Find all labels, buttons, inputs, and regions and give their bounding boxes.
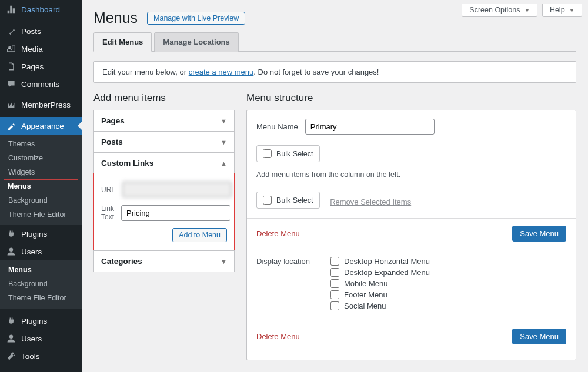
admin-sidebar: Dashboard Posts Media Pages Comments Mem… — [0, 0, 82, 372]
location-option[interactable]: Footer Menu — [330, 290, 430, 299]
bulk-select-checkbox-bottom[interactable] — [263, 196, 272, 205]
bulk-select-top[interactable]: Bulk Select — [256, 145, 320, 162]
delete-menu-link-1[interactable]: Delete Menu — [256, 229, 300, 238]
subnav-theme-file-editor-2[interactable]: Theme File Editor — [0, 291, 82, 305]
main-content: Screen Options ▼ Help ▼ Menus Manage wit… — [82, 0, 588, 372]
sidebar-item-appearance[interactable]: Appearance — [0, 117, 82, 135]
subnav-theme-file-editor[interactable]: Theme File Editor — [0, 207, 82, 222]
metabox-title: Custom Links — [101, 159, 153, 167]
chevron-down-icon: ▼ — [569, 8, 574, 14]
chevron-down-icon: ▼ — [220, 258, 227, 265]
sidebar-item-users-2[interactable]: Users — [0, 330, 82, 347]
custom-links-panel: URL Link Text Add to Menu — [93, 173, 235, 251]
metabox-pages-toggle[interactable]: Pages ▼ — [94, 110, 234, 131]
sidebar-item-label: Posts — [21, 27, 41, 36]
delete-menu-link-2[interactable]: Delete Menu — [256, 332, 300, 341]
subnav-widgets[interactable]: Widgets — [0, 165, 82, 179]
sidebar-item-label: Plugins — [21, 317, 47, 326]
svg-point-1 — [9, 248, 13, 252]
loc-checkbox[interactable] — [330, 268, 339, 277]
plugin-icon — [6, 229, 16, 239]
location-option[interactable]: Desktop Expanded Menu — [330, 268, 430, 277]
sidebar-item-plugins-2[interactable]: Plugins — [0, 312, 82, 330]
bulk-select-checkbox-top[interactable] — [263, 149, 272, 158]
metabox-custom-links: Custom Links ▲ URL Link Text Add to Menu — [93, 152, 235, 251]
manage-live-preview-button[interactable]: Manage with Live Preview — [147, 12, 245, 25]
sidebar-item-label: Tools — [21, 352, 40, 361]
sidebar-item-users[interactable]: Users — [0, 243, 82, 260]
screen-meta-links: Screen Options ▼ Help ▼ — [462, 4, 582, 17]
subnav-customize[interactable]: Customize — [0, 151, 82, 165]
link-text-label: Link Text — [101, 205, 114, 221]
loc-checkbox[interactable] — [330, 290, 339, 299]
sidebar-item-label: Comments — [21, 80, 59, 89]
subnav-themes[interactable]: Themes — [0, 137, 82, 151]
chevron-down-icon: ▼ — [220, 118, 227, 125]
nav-tabs: Edit Menus Manage Locations — [93, 32, 576, 52]
menu-structure-heading: Menu structure — [246, 92, 576, 104]
notice-text-prefix: Edit your menu below, or — [102, 68, 189, 76]
sidebar-item-posts[interactable]: Posts — [0, 22, 82, 40]
sidebar-item-label: Users — [21, 247, 42, 256]
plugin-icon — [6, 316, 16, 326]
empty-menu-instructions: Add menu items from the column on the le… — [256, 170, 566, 179]
sidebar-item-plugins[interactable]: Plugins — [0, 225, 82, 243]
location-option[interactable]: Mobile Menu — [330, 279, 430, 288]
sidebar-item-media[interactable]: Media — [0, 40, 82, 58]
url-label: URL — [101, 186, 115, 194]
sidebar-item-label: MemberPress — [21, 100, 71, 109]
screen-options-button[interactable]: Screen Options ▼ — [462, 4, 537, 17]
sidebar-item-label: Dashboard — [21, 5, 60, 14]
chevron-up-icon: ▲ — [220, 160, 227, 167]
svg-point-2 — [9, 335, 13, 339]
save-menu-button-2[interactable]: Save Menu — [512, 329, 566, 344]
help-button[interactable]: Help ▼ — [542, 4, 582, 17]
bulk-select-label: Bulk Select — [276, 196, 313, 205]
create-new-menu-link[interactable]: create a new menu — [189, 68, 254, 76]
notice-text-suffix: . Do not forget to save your changes! — [253, 68, 379, 76]
add-to-menu-button[interactable]: Add to Menu — [172, 228, 227, 242]
sidebar-item-dashboard[interactable]: Dashboard — [0, 0, 82, 19]
chevron-down-icon: ▼ — [524, 8, 530, 14]
metabox-pages: Pages ▼ — [93, 110, 235, 132]
custom-link-url-input[interactable] — [122, 182, 232, 197]
location-option[interactable]: Social Menu — [330, 301, 430, 310]
save-menu-button-1[interactable]: Save Menu — [512, 226, 566, 242]
location-option[interactable]: Desktop Horizontal Menu — [330, 257, 430, 266]
metabox-categories-toggle[interactable]: Categories ▼ — [94, 251, 234, 272]
chevron-down-icon: ▼ — [220, 139, 227, 146]
loc-checkbox[interactable] — [330, 301, 339, 310]
bulk-select-label: Bulk Select — [276, 150, 313, 158]
subnav-menus[interactable]: Menus — [4, 179, 78, 193]
loc-checkbox[interactable] — [330, 279, 339, 288]
user-icon — [6, 247, 16, 256]
display-location-list: Desktop Horizontal Menu Desktop Expanded… — [330, 257, 430, 313]
subnav-menus-2[interactable]: Menus — [0, 263, 82, 277]
metabox-title: Categories — [101, 257, 142, 266]
page-title: Menus — [93, 9, 138, 26]
dashboard-icon — [6, 4, 16, 15]
subnav-background[interactable]: Background — [0, 193, 82, 207]
remove-selected-items-link[interactable]: Remove Selected Items — [330, 197, 411, 206]
loc-checkbox[interactable] — [330, 257, 339, 266]
bulk-select-bottom[interactable]: Bulk Select — [256, 192, 320, 209]
sidebar-item-comments[interactable]: Comments — [0, 75, 82, 93]
sidebar-item-label: Plugins — [21, 230, 47, 239]
menu-name-input[interactable] — [305, 119, 435, 135]
sidebar-item-pages[interactable]: Pages — [0, 58, 82, 75]
metabox-custom-links-toggle[interactable]: Custom Links ▲ — [94, 153, 234, 173]
sidebar-item-label: Pages — [21, 62, 44, 71]
custom-link-text-input[interactable] — [121, 205, 230, 221]
sidebar-item-tools[interactable]: Tools — [0, 347, 82, 365]
add-menu-items-heading: Add menu items — [93, 92, 235, 104]
tool-icon — [6, 351, 16, 361]
metabox-title: Pages — [101, 116, 125, 125]
sidebar-item-memberpress[interactable]: MemberPress — [0, 96, 82, 113]
tab-edit-menus[interactable]: Edit Menus — [93, 32, 152, 52]
tab-manage-locations[interactable]: Manage Locations — [154, 32, 238, 52]
screen-options-label: Screen Options — [469, 6, 520, 14]
metabox-posts-toggle[interactable]: Posts ▼ — [94, 132, 234, 152]
subnav-background-2[interactable]: Background — [0, 277, 82, 291]
metabox-posts: Posts ▼ — [93, 131, 235, 153]
sidebar-item-label: Appearance — [21, 122, 64, 130]
